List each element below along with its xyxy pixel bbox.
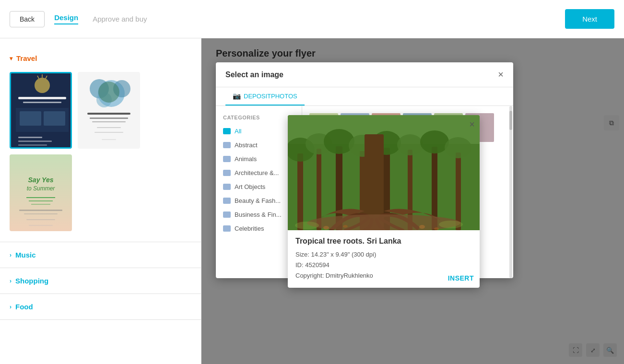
category-shopping-header[interactable]: › Shopping	[0, 273, 201, 289]
svg-rect-38	[317, 149, 321, 230]
folder-icon-celebrities	[223, 225, 231, 232]
next-button[interactable]: Next	[565, 9, 614, 29]
category-shopping-label: Shopping	[15, 277, 48, 285]
chevron-right-icon2: ›	[10, 278, 12, 284]
popup-info: Tropical tree roots. Sri Lanka Size: 14.…	[288, 230, 480, 288]
folder-icon-beauty	[223, 198, 231, 204]
category-travel-header[interactable]: ▾ Travel	[0, 50, 201, 66]
chevron-down-icon: ▾	[10, 55, 12, 62]
cat-celebrities-label: Celebrities	[235, 225, 264, 232]
canvas-overlay: Select an image × 📷 DEPOSITPHOTOS CATEGO…	[201, 38, 624, 364]
cat-architecture-label: Architecture &...	[235, 169, 279, 176]
modal-close-button[interactable]: ×	[498, 69, 504, 80]
category-travel-label: Travel	[16, 54, 37, 62]
svg-rect-11	[18, 141, 52, 142]
tab-design[interactable]: Design	[54, 13, 78, 24]
svg-point-59	[295, 222, 319, 229]
svg-point-50	[397, 134, 423, 155]
cat-business-label: Business & Fin...	[235, 211, 282, 218]
svg-text:to Summer: to Summer	[27, 185, 56, 192]
svg-rect-37	[297, 153, 303, 230]
folder-icon-business	[223, 211, 231, 218]
popup-image	[288, 115, 480, 230]
svg-point-1	[35, 78, 50, 93]
folder-icon-animals	[223, 156, 231, 162]
folder-icon-all	[223, 128, 231, 134]
thumbnail-travel-1-img	[11, 73, 71, 147]
svg-rect-21	[92, 121, 126, 122]
camera-icon: 📷	[233, 92, 241, 100]
tab-approve[interactable]: Approve and buy	[93, 15, 147, 23]
category-food-section: › Food	[0, 294, 201, 320]
sidebar: ▾ Travel	[0, 38, 201, 364]
thumbnail-travel-2[interactable]	[78, 72, 140, 149]
thumbnail-travel-2-img	[78, 72, 140, 149]
cat-all-label: All	[235, 128, 241, 135]
svg-rect-10	[18, 137, 42, 138]
folder-icon-architecture	[223, 170, 231, 176]
popup-image-meta: Size: 14.23" x 9.49" (300 dpi) ID: 45205…	[295, 249, 472, 281]
svg-text:Say Yes: Say Yes	[28, 176, 54, 184]
svg-point-60	[439, 221, 463, 228]
scroll-track[interactable]	[509, 106, 513, 278]
svg-point-56	[343, 225, 348, 228]
tree-image	[288, 115, 480, 230]
popup-image-id: ID: 4520594	[295, 260, 472, 270]
svg-rect-9	[44, 111, 65, 126]
insert-button[interactable]: INSERT	[448, 274, 474, 282]
svg-rect-31	[19, 210, 62, 211]
thumbnail-travel-3-img: Say Yes to Summer	[10, 154, 72, 231]
image-detail-popup: ×	[288, 115, 480, 288]
cat-animals-label: Animals	[235, 155, 257, 163]
svg-point-55	[323, 226, 329, 230]
svg-point-18	[98, 82, 119, 103]
chevron-right-icon: ›	[10, 252, 12, 258]
svg-rect-32	[24, 213, 58, 214]
category-music-section: › Music	[0, 242, 201, 268]
cat-art-label: Art Objects	[235, 183, 265, 190]
svg-rect-44	[456, 153, 461, 230]
svg-rect-33	[26, 219, 55, 220]
svg-rect-5	[18, 97, 66, 99]
svg-rect-22	[97, 127, 121, 128]
svg-point-57	[419, 225, 425, 229]
category-music-header[interactable]: › Music	[0, 247, 201, 263]
category-travel-section: ▾ Travel	[0, 46, 201, 242]
back-button[interactable]: Back	[10, 11, 45, 27]
chevron-right-icon3: ›	[10, 304, 12, 310]
svg-rect-19	[87, 113, 130, 115]
folder-icon-abstract	[223, 142, 231, 148]
popup-close-button[interactable]: ×	[469, 119, 475, 130]
svg-rect-12	[18, 144, 47, 146]
modal-title: Select an image	[225, 70, 283, 79]
popup-image-title: Tropical tree roots. Sri Lanka	[295, 237, 472, 246]
cat-beauty-label: Beauty & Fash...	[235, 197, 281, 204]
svg-rect-20	[90, 117, 128, 119]
cat-abstract-label: Abstract	[235, 141, 258, 149]
thumbnail-travel-1[interactable]	[10, 72, 72, 149]
category-food-header[interactable]: › Food	[0, 299, 201, 315]
top-navigation: Back Design Approve and buy Next	[0, 0, 624, 38]
popup-image-size: Size: 14.23" x 9.49" (300 dpi)	[295, 249, 472, 260]
popup-image-copyright: Copyright: DmitryRukhlenko	[295, 270, 472, 281]
svg-rect-34	[29, 225, 53, 226]
svg-rect-8	[20, 111, 41, 126]
canvas-area: Personalize your flyer Select an image ×…	[201, 38, 624, 364]
svg-point-51	[420, 130, 449, 153]
modal-tabs: 📷 DEPOSITPHOTOS	[216, 87, 513, 106]
folder-icon-art	[223, 184, 231, 190]
svg-point-58	[434, 227, 439, 230]
category-music-label: Music	[15, 251, 36, 259]
modal-header: Select an image ×	[216, 62, 513, 87]
travel-thumbnails: Say Yes to Summer	[0, 66, 201, 237]
svg-point-52	[445, 137, 471, 158]
svg-rect-6	[23, 102, 61, 103]
tab-depositphotos-label: DEPOSITPHOTOS	[244, 93, 297, 100]
svg-rect-24	[102, 139, 116, 140]
tab-depositphotos[interactable]: 📷 DEPOSITPHOTOS	[225, 87, 305, 106]
svg-rect-23	[94, 132, 123, 133]
main-content: ▾ Travel	[0, 38, 624, 364]
category-shopping-section: › Shopping	[0, 268, 201, 294]
category-food-label: Food	[15, 303, 33, 311]
thumbnail-travel-3[interactable]: Say Yes to Summer	[10, 154, 72, 231]
